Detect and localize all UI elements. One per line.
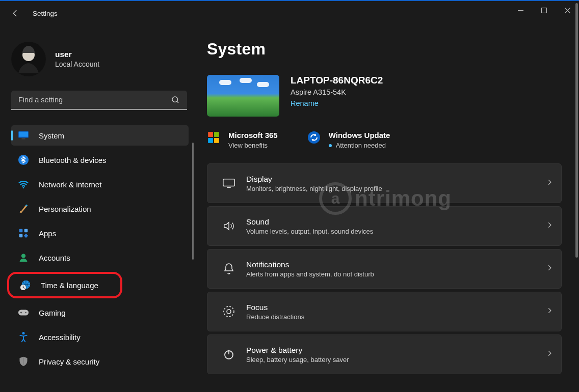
nav-label: Apps — [39, 229, 56, 238]
nav-apps[interactable]: Apps — [11, 223, 189, 243]
svg-rect-10 — [24, 229, 28, 233]
focus-icon — [219, 305, 239, 318]
maximize-button[interactable] — [532, 2, 556, 18]
device-name: LAPTOP-86NQR6C2 — [291, 75, 383, 86]
svg-rect-20 — [214, 132, 219, 137]
sidebar: user Local Account System Bluetooth & de… — [0, 25, 192, 392]
nav-label: Accessibility — [39, 333, 81, 342]
card-desc: Alerts from apps and system, do not dist… — [246, 270, 546, 278]
svg-point-12 — [21, 254, 25, 258]
vertical-scrollbar[interactable] — [575, 3, 578, 390]
nav-accounts[interactable]: Accounts — [11, 247, 189, 268]
search-input[interactable] — [11, 91, 187, 110]
card-title: Power & battery — [246, 346, 546, 355]
m365-title: Microsoft 365 — [228, 131, 278, 139]
microsoft-logo-icon — [207, 131, 221, 145]
nav-label: Personalization — [39, 205, 91, 213]
update-sub: Attention needed — [336, 142, 386, 149]
content-pane: System LAPTOP-86NQR6C2 Aspire A315-54K R… — [192, 25, 579, 392]
nav-time-language[interactable]: Time & language — [9, 275, 117, 295]
card-title: Sound — [246, 217, 546, 227]
svg-point-26 — [227, 310, 231, 314]
avatar — [11, 42, 46, 76]
card-title: Focus — [246, 303, 546, 312]
card-notifications[interactable]: NotificationsAlerts from apps and system… — [207, 249, 562, 289]
status-dot-icon — [329, 144, 332, 147]
chevron-right-icon — [546, 179, 553, 188]
monitor-icon — [17, 129, 30, 142]
search-icon — [171, 95, 180, 106]
clock-globe-icon — [19, 279, 32, 291]
nav-accessibility[interactable]: Accessibility — [11, 327, 189, 347]
device-model: Aspire A315-54K — [291, 88, 383, 96]
windows-update-link[interactable]: Windows Update Attention needed — [307, 131, 390, 149]
settings-window: Settings user Local Account — [0, 0, 579, 392]
svg-point-18 — [22, 332, 25, 334]
nav-label: Privacy & security — [39, 357, 99, 366]
svg-point-25 — [224, 306, 234, 317]
nav-personalization[interactable]: Personalization — [11, 199, 189, 219]
svg-rect-19 — [208, 132, 213, 137]
page-title: System — [207, 40, 562, 59]
svg-rect-5 — [19, 132, 28, 137]
svg-point-17 — [25, 312, 26, 313]
update-sync-icon — [307, 131, 322, 145]
card-desc: Volume levels, output, input, sound devi… — [246, 228, 546, 235]
bluetooth-icon — [17, 154, 30, 166]
nav-label: Accounts — [39, 254, 70, 262]
svg-point-23 — [308, 131, 320, 144]
settings-cards: DisplayMonitors, brightness, night light… — [207, 163, 562, 374]
nav-system[interactable]: System — [11, 125, 189, 146]
nav-list: System Bluetooth & devices Network & int… — [11, 125, 189, 372]
card-sound[interactable]: SoundVolume levels, output, input, sound… — [207, 206, 562, 246]
svg-rect-0 — [541, 8, 546, 13]
user-name: user — [55, 50, 99, 59]
app-title: Settings — [33, 10, 58, 17]
card-title: Notifications — [246, 260, 546, 269]
svg-rect-11 — [19, 234, 23, 238]
power-icon — [219, 348, 239, 360]
svg-rect-15 — [18, 310, 29, 316]
highlight-annotation: Time & language — [7, 272, 122, 298]
wallpaper-thumbnail[interactable] — [207, 75, 279, 117]
device-block: LAPTOP-86NQR6C2 Aspire A315-54K Rename — [207, 75, 562, 117]
card-desc: Reduce distractions — [246, 313, 546, 321]
svg-rect-9 — [19, 229, 23, 233]
nav-label: Bluetooth & devices — [39, 156, 107, 164]
card-desc: Monitors, brightness, night light, displ… — [246, 185, 546, 192]
svg-rect-6 — [21, 138, 25, 139]
card-desc: Sleep, battery usage, battery saver — [246, 356, 546, 363]
update-title: Windows Update — [329, 131, 390, 139]
chevron-right-icon — [546, 307, 553, 316]
window-controls — [509, 2, 579, 18]
nav-label: Gaming — [39, 309, 66, 317]
card-title: Display — [246, 175, 546, 184]
apps-icon — [17, 227, 30, 239]
m365-link[interactable]: Microsoft 365 View benefits — [207, 131, 278, 149]
shield-icon — [17, 355, 30, 368]
nav-bluetooth[interactable]: Bluetooth & devices — [11, 150, 189, 170]
sound-icon — [219, 220, 239, 232]
paintbrush-icon — [17, 203, 30, 215]
nav-label: System — [39, 131, 64, 140]
svg-rect-21 — [208, 138, 213, 143]
title-bar: Settings — [0, 1, 579, 25]
user-type: Local Account — [55, 60, 99, 68]
nav-gaming[interactable]: Gaming — [11, 302, 189, 323]
card-power[interactable]: Power & batterySleep, battery usage, bat… — [207, 334, 562, 374]
bell-icon — [219, 262, 239, 275]
rename-link[interactable]: Rename — [291, 99, 383, 107]
card-display[interactable]: DisplayMonitors, brightness, night light… — [207, 163, 562, 203]
person-icon — [17, 251, 30, 264]
card-focus[interactable]: FocusReduce distractions — [207, 292, 562, 331]
minimize-button[interactable] — [509, 2, 532, 18]
nav-privacy[interactable]: Privacy & security — [11, 351, 189, 372]
search-box[interactable] — [11, 91, 187, 110]
display-icon — [219, 178, 239, 189]
back-icon[interactable] — [9, 7, 21, 19]
svg-point-8 — [23, 187, 24, 188]
svg-point-3 — [172, 97, 178, 102]
account-block[interactable]: user Local Account — [11, 42, 189, 76]
nav-network[interactable]: Network & internet — [11, 174, 189, 194]
gamepad-icon — [17, 306, 30, 319]
